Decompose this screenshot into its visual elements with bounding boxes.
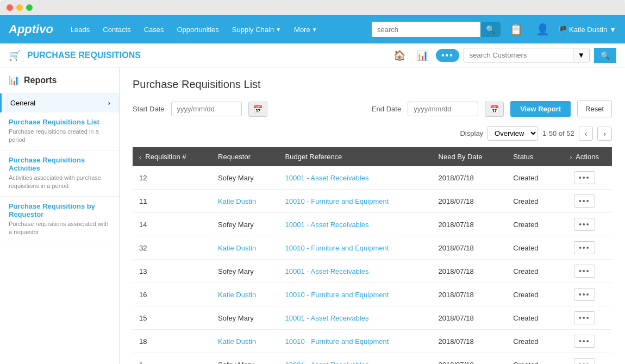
sidebar: 📊 Reports General › Purchase Requisition… [0,67,120,364]
col-budget: Budget Reference [279,147,432,166]
sidebar-header-text: Reports [24,76,57,85]
row-actions-button[interactable]: ••• [574,218,595,231]
logo-text: Apptivo [9,22,53,36]
sidebar-section-general[interactable]: General › [0,93,119,112]
user-menu[interactable]: 🏴 Katie Dustin ▼ [558,26,616,34]
search-box: 🔍 [372,22,501,37]
maximize-btn[interactable] [26,4,33,11]
sub-nav-search-btn[interactable]: 🔍 [594,48,616,63]
contacts-icon[interactable]: 👤 [532,21,554,38]
user-name: Katie Dustin [569,26,607,34]
sidebar-item-purchase-by-requestor[interactable]: Purchase Requisitions by Requestor Purch… [0,197,119,243]
row-actions-button[interactable]: ••• [574,194,595,208]
cell-actions: ••• [557,353,612,365]
end-date-input[interactable] [408,102,478,116]
sidebar-item-desc-2: Activities associated with purchase requ… [9,174,110,191]
table-row: 16 Katie Dustin 10010 - Furniture and Eq… [133,283,612,306]
messages-icon[interactable]: 📋 [505,21,527,38]
cell-requestor: Sofey Mary [211,260,279,283]
row-actions-button[interactable]: ••• [574,171,595,184]
cell-date: 2018/07/18 [432,353,507,365]
sub-nav-right: 🏠 📊 ••• ▼ 🔍 [390,47,616,64]
cell-date: 2018/07/18 [432,260,507,283]
end-calendar-btn[interactable]: 📅 [485,102,504,117]
sub-nav-search-input[interactable] [464,48,573,62]
row-actions-button[interactable]: ••• [574,288,595,301]
reset-button[interactable]: Reset [577,101,612,117]
supply-chain-arrow: ▼ [276,27,281,33]
row-actions-button[interactable]: ••• [574,311,595,324]
next-page-button[interactable]: › [597,127,612,141]
nav-opportunities[interactable]: Opportunities [170,15,225,43]
display-label: Display [460,129,483,137]
cell-date: 2018/07/18 [432,306,507,330]
sub-nav-title: PURCHASE REQUISITIONS [27,51,141,60]
display-row: Display Overview 1-50 of 52 ‹ › [133,126,612,141]
cell-budget: 10001 - Asset Receivables [279,260,432,283]
cell-status: Created [507,306,557,330]
prev-page-button[interactable]: ‹ [579,127,593,141]
home-icon[interactable]: 🏠 [390,47,409,64]
table-row: 18 Katie Dustin 10010 - Furniture and Eq… [133,330,612,353]
cell-id: 18 [133,330,211,353]
table-row: 15 Sofey Mary 10001 - Asset Receivables … [133,306,612,330]
row-actions-button[interactable]: ••• [574,265,595,278]
filter-row: Start Date 📅 End Date 📅 View Report Rese… [133,101,612,117]
cell-budget: 10010 - Furniture and Equipment [279,236,432,260]
nav-contacts[interactable]: Contacts [96,15,137,43]
table-row: 13 Sofey Mary 10001 - Asset Receivables … [133,260,612,283]
cell-requestor: Sofey Mary [211,306,279,330]
col-date: Need By Date [432,147,507,166]
sub-nav-search-dropdown[interactable]: ▼ [573,48,589,62]
cell-requestor: Sofey Mary [211,353,279,365]
cell-date: 2018/07/18 [432,330,507,353]
nav-search: 🔍 📋 👤 🏴 Katie Dustin ▼ [372,21,616,38]
minimize-btn[interactable] [16,4,23,11]
cell-id: 13 [133,260,211,283]
cell-date: 2018/07/18 [432,190,507,213]
row-actions-button[interactable]: ••• [574,241,595,254]
sidebar-item-purchase-activities[interactable]: Purchase Requisitions Activities Activit… [0,150,119,197]
content-area: Purchase Requisitions List Start Date 📅 … [120,67,625,364]
search-input[interactable] [372,23,480,36]
sub-nav: 🛒 PURCHASE REQUISITIONS 🏠 📊 ••• ▼ 🔍 [0,43,625,67]
reports-chart-icon: 📊 [9,75,20,85]
cell-actions: ••• [557,306,612,330]
sidebar-item-desc-3: Purchase requisitions associated with a … [9,220,110,237]
nav-links: Leads Contacts Cases Opportunities Suppl… [64,15,372,43]
cell-status: Created [507,190,557,213]
nav-cases[interactable]: Cases [138,15,171,43]
user-dropdown-arrow: ▼ [609,26,616,34]
cell-id: 12 [133,166,211,190]
sidebar-section-arrow: › [108,99,110,107]
cell-requestor: Sofey Mary [211,166,279,190]
cell-actions: ••• [557,213,612,236]
cell-actions: ••• [557,236,612,260]
cell-id: 11 [133,190,211,213]
cell-actions: ••• [557,283,612,306]
start-date-input[interactable] [171,102,242,116]
cell-id: 32 [133,236,211,260]
cell-budget: 10001 - Asset Receivables [279,306,432,330]
cell-actions: ••• [557,166,612,190]
sidebar-header: 📊 Reports [0,67,119,93]
display-select[interactable]: Overview [488,126,538,141]
nav-more[interactable]: More ▼ [288,15,324,43]
cell-budget: 10001 - Asset Receivables [279,166,432,190]
nav-supply-chain[interactable]: Supply Chain ▼ [226,15,288,43]
row-actions-button[interactable]: ••• [574,335,595,348]
cell-budget: 10001 - Asset Receivables [279,213,432,236]
search-button[interactable]: 🔍 [480,22,501,37]
cell-budget: 10001 - Asset Receivables [279,353,432,365]
close-btn[interactable] [7,4,13,11]
row-actions-button[interactable]: ••• [574,358,595,364]
chart-icon[interactable]: 📊 [413,47,432,64]
col-requestor: Requestor [211,147,279,166]
more-dots-btn[interactable]: ••• [436,49,459,62]
sidebar-item-purchase-list[interactable]: Purchase Requisitions List Purchase requ… [0,112,119,150]
cell-actions: ••• [557,330,612,353]
cell-date: 2018/07/18 [432,213,507,236]
nav-leads[interactable]: Leads [64,15,96,43]
view-report-button[interactable]: View Report [510,101,571,117]
start-calendar-btn[interactable]: 📅 [248,102,267,117]
